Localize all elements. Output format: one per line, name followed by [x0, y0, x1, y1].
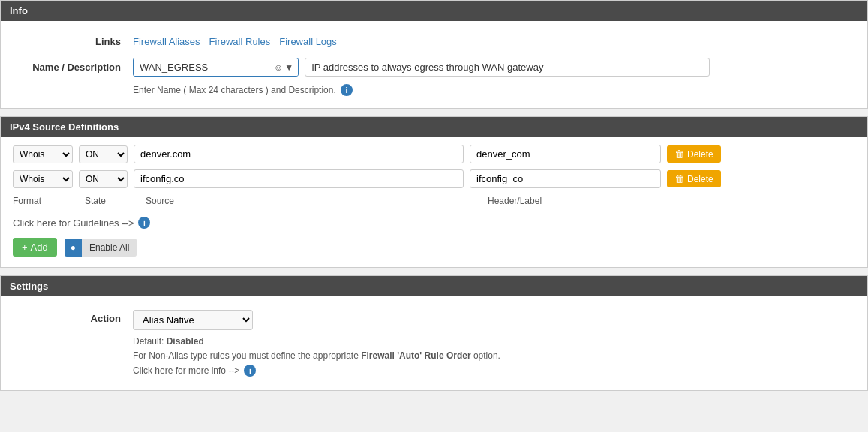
delete-button-1[interactable]: 🗑 Delete [667, 170, 721, 188]
chevron-down-icon: ▼ [284, 62, 293, 73]
hint-text: Enter Name ( Max 24 characters ) and Des… [133, 85, 336, 95]
guidelines-row: Click here for Guidelines --> i [13, 211, 855, 232]
link-firewall-rules[interactable]: Firewall Rules [209, 36, 271, 47]
default-value: Disabled [167, 336, 204, 346]
name-description-row: Name / Description ☺ ▼ [1, 53, 867, 81]
user-icon: ☺ [274, 62, 283, 73]
plus-icon: + [22, 242, 28, 253]
info-header: Info [1, 1, 867, 21]
desc-bold: Firewall 'Auto' Rule Order [361, 350, 470, 361]
col-label-header: Header/Label [488, 196, 679, 206]
source-input-0[interactable] [134, 145, 464, 164]
add-label: Add [31, 242, 48, 253]
trash-icon-0: 🗑 [674, 148, 684, 160]
label-input-1[interactable] [470, 170, 661, 188]
action-buttons-row: + Add ● Enable All [13, 232, 855, 260]
settings-description: Default: Disabled For Non-Alias type rul… [133, 334, 855, 363]
hint-row: Enter Name ( Max 24 characters ) and Des… [1, 81, 867, 99]
name-description-content: ☺ ▼ [133, 58, 855, 76]
links-label: Links [13, 36, 133, 47]
name-input-wrapper: ☺ ▼ [133, 58, 299, 76]
hint-info-icon[interactable]: i [341, 84, 353, 96]
toggle-on-indicator: ● [65, 238, 82, 256]
info-title: Info [10, 5, 28, 16]
desc-line1: For Non-Alias type rules you must define… [133, 350, 359, 361]
settings-title: Settings [10, 280, 48, 292]
links-content: Firewall Aliases Firewall Rules Firewall… [133, 36, 337, 47]
links-row: Links Firewall Aliases Firewall Rules Fi… [1, 30, 867, 53]
state-select-1[interactable]: ON OFF [79, 170, 128, 188]
col-label-state: State [85, 196, 134, 206]
definition-row-1: Whois IP Network Host ON OFF 🗑 Delete [13, 170, 855, 188]
guidelines-text: Click here for Guidelines --> [13, 218, 134, 229]
settings-section: Settings Action Alias Native Alias Deny … [0, 275, 868, 391]
description-input[interactable] [305, 58, 710, 76]
name-input[interactable] [134, 58, 269, 76]
enable-all-button[interactable]: ● Enable All [65, 238, 137, 256]
delete-label-1: Delete [687, 174, 713, 184]
guidelines-link[interactable]: Click here for Guidelines --> [13, 218, 134, 229]
ipv4-section: IPv4 Source Definitions Whois IP Network… [0, 116, 868, 268]
name-description-label: Name / Description [13, 62, 133, 73]
settings-header: Settings [1, 276, 867, 296]
col-label-format: Format [13, 196, 73, 206]
click-more-row: Click here for more info --> i [133, 364, 855, 376]
link-firewall-aliases[interactable]: Firewall Aliases [133, 36, 200, 47]
add-button[interactable]: + Add [13, 238, 57, 256]
action-label: Action [13, 310, 133, 324]
action-row: Action Alias Native Alias Deny Alias Mat… [1, 305, 867, 381]
delete-label-0: Delete [687, 149, 713, 160]
source-input-1[interactable] [134, 170, 464, 188]
format-select-1[interactable]: Whois IP Network Host [13, 170, 73, 188]
action-content: Alias Native Alias Deny Alias Match Alia… [133, 310, 855, 376]
desc-line1-end: option. [473, 350, 500, 361]
enable-all-label: Enable All [82, 238, 137, 256]
guidelines-info-icon[interactable]: i [138, 217, 150, 229]
col-label-source: Source [146, 196, 476, 206]
format-select-0[interactable]: Whois IP Network Host [13, 146, 73, 164]
name-input-icon-btn[interactable]: ☺ ▼ [269, 59, 298, 76]
col-labels-row: Format State Source Header/Label [13, 194, 855, 211]
state-select-0[interactable]: ON OFF [79, 146, 128, 164]
delete-button-0[interactable]: 🗑 Delete [667, 146, 721, 163]
trash-icon-1: 🗑 [674, 173, 684, 184]
definition-row-0: Whois IP Network Host ON OFF 🗑 Delete [13, 145, 855, 164]
action-select[interactable]: Alias Native Alias Deny Alias Match Alia… [133, 310, 253, 330]
ipv4-title: IPv4 Source Definitions [10, 122, 119, 133]
definitions-area: Whois IP Network Host ON OFF 🗑 Delete [1, 137, 867, 267]
ipv4-header: IPv4 Source Definitions [1, 117, 867, 137]
click-more-text: Click here for more info --> [133, 365, 239, 376]
settings-body: Action Alias Native Alias Deny Alias Mat… [1, 296, 867, 390]
info-section: Info Links Firewall Aliases Firewall Rul… [0, 0, 868, 109]
click-more-info-icon[interactable]: i [244, 364, 256, 376]
label-input-0[interactable] [470, 145, 661, 164]
link-firewall-logs[interactable]: Firewall Logs [279, 36, 337, 47]
default-text: Default: [133, 336, 167, 346]
